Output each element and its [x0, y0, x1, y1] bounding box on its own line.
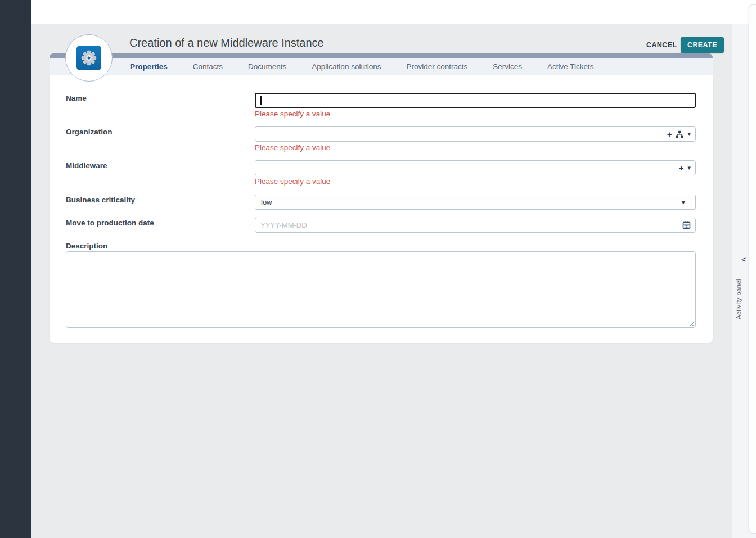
name-label: Name: [66, 94, 87, 102]
tab-documents[interactable]: Documents: [248, 58, 286, 75]
middleware-input[interactable]: [255, 164, 679, 172]
activity-panel-label[interactable]: Activity panel: [735, 268, 742, 319]
tab-contacts[interactable]: Contacts: [193, 58, 223, 75]
tab-active-tickets[interactable]: Active Tickets: [547, 58, 594, 75]
move-to-production-date-input[interactable]: [255, 221, 682, 229]
organization-add-icon[interactable]: +: [667, 130, 672, 138]
middleware-class-icon: [76, 46, 101, 70]
object-class-medallion: [65, 34, 112, 82]
description-textarea[interactable]: [66, 251, 696, 328]
middleware-error: Please specify a value: [255, 177, 330, 186]
business-criticality-select[interactable]: low ▾: [255, 195, 696, 210]
organization-dropdown-icon[interactable]: ▾: [687, 130, 691, 138]
tab-services[interactable]: Services: [493, 58, 522, 75]
middleware-dropdown-icon[interactable]: ▾: [687, 164, 691, 171]
organization-hierarchy-icon[interactable]: [676, 130, 683, 138]
cancel-button[interactable]: CANCEL: [646, 41, 677, 49]
page-title: Creation of a new Middleware Instance: [129, 37, 324, 49]
activity-panel-edge: [749, 4, 756, 534]
tab-provider-contracts[interactable]: Provider contracts: [406, 58, 467, 75]
business-criticality-label: Business criticality: [66, 196, 135, 204]
tab-bar: Properties Contacts Documents Applicatio…: [50, 58, 713, 75]
middleware-add-icon[interactable]: +: [679, 164, 684, 172]
move-to-production-date-label: Move to production date: [66, 219, 154, 227]
resize-grip-icon[interactable]: [688, 320, 694, 326]
middleware-label: Middleware: [66, 161, 107, 170]
app-window: + ! ? ⇄: [0, 0, 756, 538]
business-criticality-dropdown-icon[interactable]: ▾: [676, 198, 691, 206]
business-criticality-value: low: [255, 198, 676, 206]
chevron-left-icon[interactable]: <: [738, 255, 749, 264]
tab-application-solutions[interactable]: Application solutions: [312, 58, 381, 75]
create-button[interactable]: CREATE: [681, 37, 724, 53]
description-label: Description: [66, 242, 107, 250]
organization-input[interactable]: [255, 130, 667, 138]
name-error: Please specify a value: [255, 110, 330, 118]
tabbar-accent-strip: [50, 53, 713, 58]
name-input[interactable]: [262, 96, 695, 105]
organization-error: Please specify a value: [255, 143, 330, 152]
sidebar: [0, 0, 31, 538]
move-to-production-date-field: [255, 218, 696, 233]
middleware-field: + ▾: [255, 160, 696, 175]
name-field: [255, 93, 696, 108]
top-toolbar: [31, 0, 756, 24]
tab-properties[interactable]: Properties: [130, 58, 168, 75]
calendar-icon[interactable]: [682, 221, 691, 229]
organization-field: + ▾: [255, 126, 696, 142]
organization-label: Organization: [66, 128, 112, 136]
